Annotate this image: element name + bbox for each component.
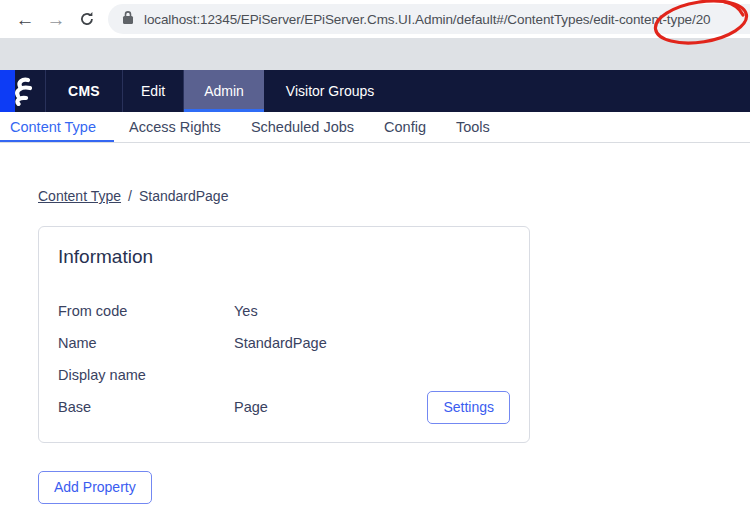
nav-item-admin[interactable]: Admin xyxy=(184,70,264,112)
global-nav: CMS Edit Admin Visitor Groups xyxy=(0,70,750,112)
info-row-display-name: Display name xyxy=(58,359,510,391)
url-text: localhost:12345/EPiServer/EPiServer.Cms.… xyxy=(144,12,710,27)
info-label: From code xyxy=(58,303,234,319)
tab-config[interactable]: Config xyxy=(369,112,441,142)
lock-icon xyxy=(122,10,134,29)
nav-item-edit[interactable]: Edit xyxy=(123,70,184,112)
browser-chrome-band xyxy=(0,38,750,70)
browser-reload-icon[interactable] xyxy=(75,10,99,28)
browser-toolbar: ← → localhost:12345/EPiServer/EPiServer.… xyxy=(0,0,750,38)
info-row-base: Base Page Settings xyxy=(58,391,510,424)
tab-access-rights[interactable]: Access Rights xyxy=(114,112,236,142)
nav-item-visitor-groups[interactable]: Visitor Groups xyxy=(264,70,396,112)
breadcrumb-separator: / xyxy=(128,188,132,204)
info-value: Yes xyxy=(234,303,510,319)
settings-button[interactable]: Settings xyxy=(427,391,510,424)
episerver-logo[interactable] xyxy=(0,70,46,112)
card-title: Information xyxy=(58,246,510,268)
information-card: Information From code Yes Name StandardP… xyxy=(38,226,530,443)
add-property-button[interactable]: Add Property xyxy=(38,471,152,504)
breadcrumb-current-page: StandardPage xyxy=(139,188,229,204)
breadcrumb: Content Type/StandardPage xyxy=(38,188,750,204)
address-bar[interactable]: localhost:12345/EPiServer/EPiServer.Cms.… xyxy=(108,4,750,34)
tab-content-type[interactable]: Content Type xyxy=(0,112,114,142)
admin-sub-nav: Content Type Access Rights Scheduled Job… xyxy=(0,112,750,143)
tab-tools[interactable]: Tools xyxy=(441,112,505,142)
info-label: Base xyxy=(58,399,234,415)
info-label: Name xyxy=(58,335,234,351)
browser-back-icon[interactable]: ← xyxy=(12,10,38,29)
info-row-name: Name StandardPage xyxy=(58,327,510,359)
browser-forward-icon[interactable]: → xyxy=(43,10,69,29)
episerver-logo-icon xyxy=(4,76,38,106)
info-value: Page xyxy=(234,399,427,415)
info-label: Display name xyxy=(58,367,234,383)
info-value: StandardPage xyxy=(234,335,510,351)
nav-item-cms[interactable]: CMS xyxy=(46,70,123,112)
main-content: Content Type/StandardPage Information Fr… xyxy=(0,188,750,504)
tab-scheduled-jobs[interactable]: Scheduled Jobs xyxy=(236,112,369,142)
breadcrumb-link-content-type[interactable]: Content Type xyxy=(38,188,121,204)
info-row-from-code: From code Yes xyxy=(58,295,510,327)
